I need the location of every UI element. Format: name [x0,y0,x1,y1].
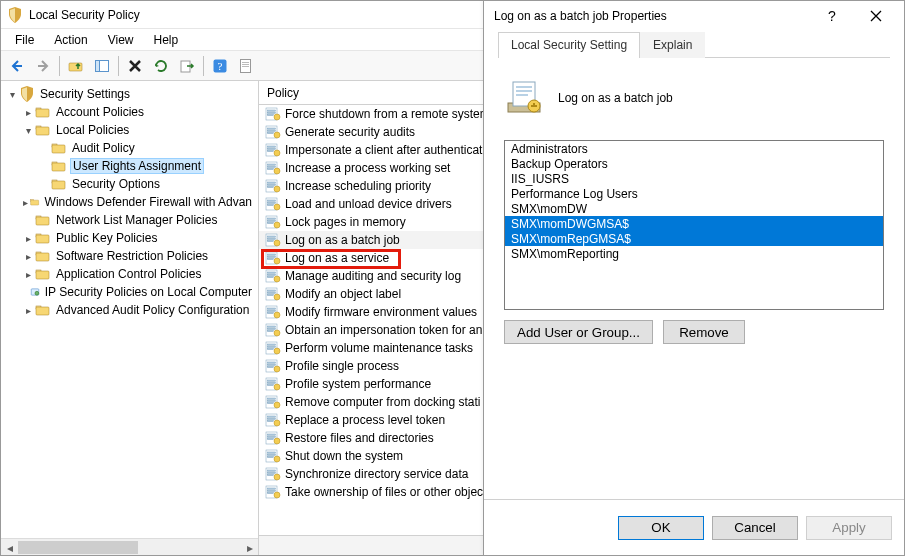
tree-item[interactable]: ▸Advanced Audit Policy Configuration [21,301,258,319]
show-hide-tree-button[interactable] [90,54,114,78]
svg-rect-67 [268,222,274,223]
policy-label: Modify an object label [285,287,401,301]
expander-icon[interactable]: ▸ [21,231,35,245]
tree[interactable]: ▾Security Settings▸Account Policies▾Loca… [1,81,258,319]
policy-item-icon [265,215,281,229]
cancel-button[interactable]: Cancel [712,516,798,540]
up-button[interactable] [64,54,88,78]
policy-item-icon [265,485,281,499]
policy-item-icon [265,179,281,193]
tab-local-security-setting[interactable]: Local Security Setting [498,32,640,58]
listbox-item[interactable]: Backup Operators [505,156,883,171]
tree-item[interactable]: ▸Windows Defender Firewall with Advan [21,193,258,211]
listbox-item[interactable]: SMX\momRepGMSA$ [505,231,883,246]
policy-label: Shut down the system [285,449,403,463]
dialog-policy-header: Log on as a batch job [498,58,890,140]
refresh-button[interactable] [149,54,173,78]
dialog-help-button[interactable]: ? [814,2,850,30]
listbox-item[interactable]: SMX\momReporting [505,246,883,261]
policy-label: Lock pages in memory [285,215,406,229]
svg-rect-91 [268,310,276,311]
svg-point-103 [274,348,280,354]
security-settings-icon [19,86,35,102]
expander-icon[interactable]: ▾ [5,87,19,101]
listbox-item[interactable]: SMX\momDW [505,201,883,216]
apply-button[interactable]: Apply [806,516,892,540]
expander-icon[interactable] [37,141,51,155]
policy-item-icon [265,161,281,175]
scroll-thumb[interactable] [18,541,138,554]
tree-item[interactable]: User Rights Assignment [37,157,258,175]
expander-icon[interactable]: ▸ [21,249,35,263]
delete-button[interactable] [123,54,147,78]
svg-point-138 [274,474,280,480]
folder-icon [51,140,67,156]
expander-icon[interactable]: ▸ [21,105,35,119]
expander-icon[interactable] [21,285,30,299]
tree-item[interactable]: ▸Public Key Policies [21,229,258,247]
expander-icon[interactable]: ▸ [21,267,35,281]
tab-explain[interactable]: Explain [640,32,705,58]
expander-icon[interactable] [21,213,35,227]
tree-root-security-settings[interactable]: ▾Security Settings [5,85,258,103]
export-button[interactable] [175,54,199,78]
scroll-right-icon[interactable]: ▸ [241,539,258,555]
svg-rect-33 [36,307,49,315]
expander-icon[interactable]: ▸ [21,195,30,209]
listbox-item[interactable]: IIS_IUSRS [505,171,883,186]
app-icon [7,7,23,23]
tree-hscrollbar[interactable]: ◂ ▸ [1,538,258,555]
svg-rect-154 [531,105,537,107]
tree-item[interactable]: ▾Local Policies [21,121,258,139]
expander-icon[interactable]: ▾ [21,123,35,137]
menu-help[interactable]: Help [144,31,189,49]
scroll-left-icon[interactable]: ◂ [1,539,18,555]
svg-rect-72 [268,240,274,241]
listbox-item[interactable]: Performance Log Users [505,186,883,201]
svg-rect-2 [96,60,100,71]
policy-item-icon [265,125,281,139]
tree-item[interactable]: ▸Software Restriction Policies [21,247,258,265]
expander-icon[interactable]: ▸ [21,303,35,317]
help-button[interactable]: ? [208,54,232,78]
svg-rect-29 [36,271,49,279]
svg-point-88 [274,294,280,300]
listbox-item[interactable]: SMX\momDWGMSA$ [505,216,883,231]
svg-rect-11 [36,109,49,117]
svg-rect-127 [268,438,274,439]
menu-view[interactable]: View [98,31,144,49]
listbox-item[interactable]: Administrators [505,141,883,156]
svg-point-133 [274,456,280,462]
dialog-close-button[interactable] [858,2,894,30]
svg-rect-55 [268,182,276,183]
svg-rect-0 [69,63,82,71]
dialog-footer: OK Cancel Apply [484,499,904,555]
svg-rect-132 [268,456,274,457]
back-button[interactable] [5,54,29,78]
policy-icon [504,78,544,118]
tree-item[interactable]: Security Options [37,175,258,193]
tree-item[interactable]: Network List Manager Policies [21,211,258,229]
tree-item[interactable]: ▸Application Control Policies [21,265,258,283]
add-user-or-group-button[interactable]: Add User or Group... [504,320,653,344]
remove-button[interactable]: Remove [663,320,745,344]
forward-button[interactable] [31,54,55,78]
ok-button[interactable]: OK [618,516,704,540]
policy-label: Take ownership of files or other objects [285,485,492,499]
tree-item[interactable]: ▸Account Policies [21,103,258,121]
svg-rect-97 [268,330,274,331]
members-listbox[interactable]: AdministratorsBackup OperatorsIIS_IUSRSP… [504,140,884,310]
policy-label: Generate security audits [285,125,415,139]
svg-rect-86 [268,292,276,293]
svg-rect-7 [242,62,249,63]
properties-button[interactable] [234,54,258,78]
menu-action[interactable]: Action [44,31,97,49]
expander-icon[interactable] [37,159,51,173]
tree-item[interactable]: IP Security Policies on Local Computer [21,283,258,301]
tree-item[interactable]: Audit Policy [37,139,258,157]
svg-rect-142 [268,492,274,493]
svg-rect-101 [268,346,276,347]
svg-point-31 [35,291,39,295]
menu-file[interactable]: File [5,31,44,49]
expander-icon[interactable] [37,177,51,191]
